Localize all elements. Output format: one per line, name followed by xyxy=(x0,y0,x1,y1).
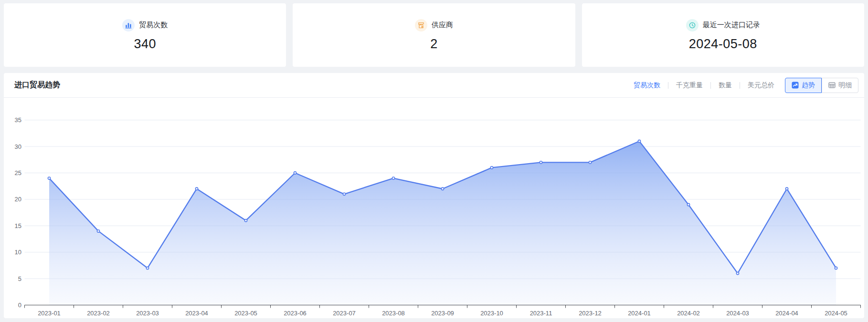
trend-view-button[interactable]: 趋势 xyxy=(785,78,822,93)
stat-card-trade-count: 贸易次数 340 xyxy=(4,3,286,67)
svg-text:2023-03: 2023-03 xyxy=(136,310,159,317)
tab-divider xyxy=(710,82,711,89)
svg-text:2023-10: 2023-10 xyxy=(480,310,503,317)
tab-divider xyxy=(668,82,668,89)
detail-view-button[interactable]: 明细 xyxy=(822,78,858,93)
stat-value: 340 xyxy=(134,37,156,52)
trend-chart-icon xyxy=(792,82,799,89)
svg-text:2024-02: 2024-02 xyxy=(677,310,700,317)
stat-value: 2 xyxy=(430,37,438,52)
store-icon xyxy=(415,19,427,31)
clock-icon xyxy=(686,19,699,31)
svg-text:5: 5 xyxy=(18,275,21,282)
trend-area-chart[interactable]: 051015202530352023-012023-022023-032023-… xyxy=(4,98,864,318)
panel-title: 进口贸易趋势 xyxy=(14,80,60,90)
table-icon xyxy=(828,82,836,89)
svg-text:25: 25 xyxy=(15,169,21,177)
svg-text:2024-03: 2024-03 xyxy=(726,310,749,317)
svg-text:15: 15 xyxy=(15,222,21,229)
stat-label: 供应商 xyxy=(432,21,453,30)
stat-card-latest-import: 最近一次进口记录 2024-05-08 xyxy=(582,3,864,67)
svg-text:2023-01: 2023-01 xyxy=(38,310,61,317)
svg-text:2024-05: 2024-05 xyxy=(825,310,847,317)
svg-text:2023-07: 2023-07 xyxy=(333,310,356,317)
svg-text:10: 10 xyxy=(15,249,21,256)
svg-text:0: 0 xyxy=(18,301,21,309)
svg-text:2023-08: 2023-08 xyxy=(382,310,405,317)
svg-text:2023-02: 2023-02 xyxy=(87,310,110,317)
panel-header: 进口贸易趋势 贸易次数 千克重量 数量 美元总价 xyxy=(4,73,864,98)
trend-chart-canvas: 051015202530352023-012023-022023-032023-… xyxy=(4,98,864,318)
svg-text:20: 20 xyxy=(15,196,21,203)
import-trend-panel: 进口贸易趋势 贸易次数 千克重量 数量 美元总价 xyxy=(4,73,864,318)
tab-divider xyxy=(740,82,740,89)
detail-view-label: 明细 xyxy=(838,81,852,90)
tab-trade-count[interactable]: 贸易次数 xyxy=(634,81,660,90)
svg-text:35: 35 xyxy=(15,116,21,124)
trend-view-label: 趋势 xyxy=(802,81,815,90)
tab-quantity[interactable]: 数量 xyxy=(719,81,732,90)
svg-text:2023-04: 2023-04 xyxy=(185,310,208,317)
stat-label: 最近一次进口记录 xyxy=(703,21,760,30)
stat-label: 贸易次数 xyxy=(139,21,168,30)
svg-text:2024-01: 2024-01 xyxy=(628,310,651,317)
bar-chart-icon xyxy=(122,19,135,31)
tab-usd-total[interactable]: 美元总价 xyxy=(748,81,774,90)
svg-text:2023-11: 2023-11 xyxy=(530,310,552,317)
metric-tabs: 贸易次数 千克重量 数量 美元总价 xyxy=(634,81,774,90)
stat-card-suppliers: 供应商 2 xyxy=(293,3,575,67)
stat-cards-row: 贸易次数 340 供应商 2 最 xyxy=(0,0,868,67)
svg-text:30: 30 xyxy=(15,143,21,150)
svg-text:2024-04: 2024-04 xyxy=(775,310,798,317)
svg-text:2023-05: 2023-05 xyxy=(234,310,257,317)
stat-value: 2024-05-08 xyxy=(689,37,757,52)
view-toggle-group: 趋势 明细 xyxy=(785,78,858,93)
svg-text:2023-06: 2023-06 xyxy=(284,310,307,317)
svg-text:2023-09: 2023-09 xyxy=(431,310,454,317)
svg-text:2023-12: 2023-12 xyxy=(579,310,602,317)
tab-kg-weight[interactable]: 千克重量 xyxy=(676,81,703,90)
